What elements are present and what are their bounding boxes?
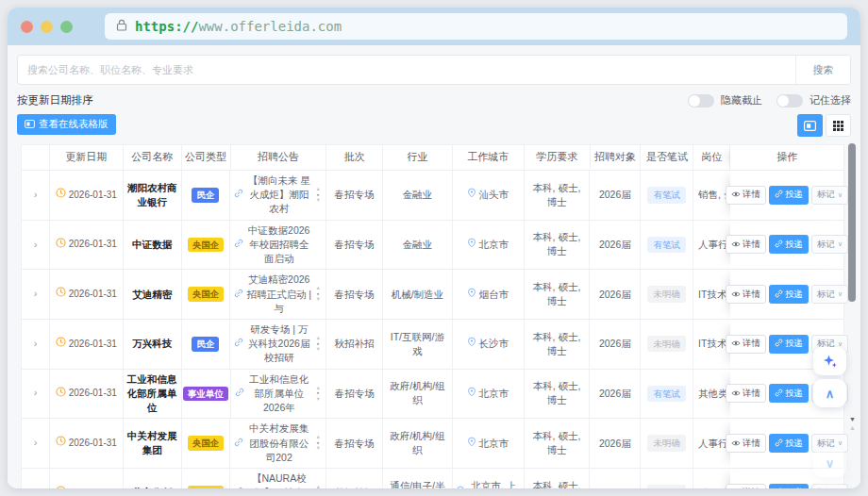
maximize-window-button[interactable] xyxy=(60,21,73,33)
mark-dropdown-button[interactable]: 标记 ∨ xyxy=(811,186,848,205)
announcement-title[interactable]: 中证数据2026年校园招聘全面启动 xyxy=(246,223,311,267)
city-cell: 长沙市 xyxy=(453,320,525,369)
expand-chevron-icon[interactable]: › xyxy=(34,436,38,451)
announcement-cell: 【潮向未来 星火成炬】潮阳农村 ▲ ● ▼ xyxy=(230,171,326,220)
minimize-window-button[interactable] xyxy=(41,21,53,33)
reflected-chevron-button: ∨ xyxy=(813,449,846,477)
detail-button[interactable]: 详情 xyxy=(726,384,766,403)
detail-button[interactable]: 详情 xyxy=(726,434,766,453)
city-name: 北京市 xyxy=(478,387,509,401)
company-name[interactable]: 中证数据 xyxy=(132,238,172,252)
apply-button[interactable]: 投递 xyxy=(769,235,809,254)
apply-button[interactable]: 投递 xyxy=(769,384,809,403)
detail-button[interactable]: 详情 xyxy=(726,335,766,354)
company-name[interactable]: 中关村发展集团 xyxy=(126,429,178,457)
detail-label: 详情 xyxy=(743,438,760,450)
apply-button[interactable]: 投递 xyxy=(769,434,809,453)
company-type-cell: 央国企 xyxy=(182,270,231,319)
batch-cell: 春招专场 xyxy=(326,221,383,270)
announcement-title[interactable]: 研发专场 | 万兴科技2026届校招研 xyxy=(246,322,311,366)
expand-chevron-icon[interactable]: › xyxy=(34,486,38,488)
announcement-scroller[interactable]: ▲ ● ▼ xyxy=(314,435,322,452)
announcement-scroller[interactable]: ▲ ● ▼ xyxy=(314,336,322,353)
column-header: 岗位 xyxy=(693,145,730,170)
back-to-top-button[interactable]: ∧ xyxy=(813,379,846,407)
scroll-down-arrow-icon[interactable]: ▼ xyxy=(849,416,856,422)
scroller-down-icon: ▼ xyxy=(315,397,320,403)
reflected-sparkle-button xyxy=(813,483,846,488)
announcement-scroller[interactable]: ▲ ● ▼ xyxy=(314,386,322,403)
expand-chevron-icon[interactable]: › xyxy=(34,238,38,253)
update-date: 2026-01-31 xyxy=(69,437,117,451)
company-name[interactable]: 潮阳农村商业银行 xyxy=(126,181,178,209)
announcement-cell: 中证数据2026年校园招聘全面启动 ▲ ● ▼ xyxy=(230,221,326,270)
city-cell: 北京市 xyxy=(453,221,525,270)
sort-label[interactable]: 按更新日期排序 xyxy=(17,93,93,107)
exam-cell: 未明确 xyxy=(641,419,693,468)
chevron-up-icon: ∧ xyxy=(826,387,835,401)
scroll-up-arrow-icon[interactable]: ▲ xyxy=(849,424,856,431)
expand-chevron-icon[interactable]: › xyxy=(34,337,38,352)
expand-chevron-icon[interactable]: › xyxy=(34,188,38,203)
exam-badge: 未明确 xyxy=(647,336,686,352)
close-window-button[interactable] xyxy=(21,21,33,33)
exam-cell: 有笔试 xyxy=(641,221,693,270)
link-icon xyxy=(235,387,244,401)
company-type-tag: 央国企 xyxy=(188,238,225,253)
apply-button[interactable]: 投递 xyxy=(769,484,809,488)
table-row: › 2026-01-31 北方华创 央国企 【NAURA校招】压轴上马！北方 ▲… xyxy=(22,469,843,488)
detail-button[interactable]: 详情 xyxy=(726,285,766,304)
eye-icon xyxy=(731,438,741,449)
mark-dropdown-button[interactable]: 标记 ∨ xyxy=(811,285,848,304)
company-name[interactable]: 万兴科技 xyxy=(132,337,172,351)
exam-cell: 未明确 xyxy=(641,469,693,488)
grid-view-button[interactable] xyxy=(826,114,851,137)
expand-chevron-icon[interactable]: › xyxy=(34,287,38,302)
announcement-scroller[interactable]: ▲ ● ▼ xyxy=(314,286,322,303)
search-button[interactable]: 搜索 xyxy=(795,56,850,84)
chevron-down-icon: ∨ xyxy=(826,456,835,471)
view-online-table-button[interactable]: 查看在线表格版 xyxy=(17,114,116,135)
detail-button[interactable]: 详情 xyxy=(726,484,766,488)
detail-button[interactable]: 详情 xyxy=(726,186,766,205)
detail-button[interactable]: 详情 xyxy=(726,235,766,254)
search-input[interactable] xyxy=(18,56,795,84)
company-name[interactable]: 北方华创 xyxy=(132,486,172,488)
remember-choice-toggle[interactable] xyxy=(776,94,803,107)
announcement-scroller[interactable]: ▲ ● ▼ xyxy=(314,485,322,488)
announcement-title[interactable]: 【潮向未来 星火成炬】潮阳农村 xyxy=(246,174,311,217)
announcement-title[interactable]: 艾迪精密2026招聘正式启动 | 与 xyxy=(246,273,311,316)
update-date-cell: 2026-01-31 xyxy=(50,419,124,468)
grid-view-icon xyxy=(833,121,843,131)
announcement-scroller[interactable]: ▲ ● ▼ xyxy=(314,187,322,204)
eye-icon xyxy=(731,488,741,488)
card-view-button[interactable] xyxy=(797,114,823,137)
address-bar[interactable]: https://www.offerleida.com xyxy=(105,13,847,40)
company-name[interactable]: 艾迪精密 xyxy=(132,288,172,302)
expand-chevron-icon[interactable]: › xyxy=(34,386,38,401)
announcement-title[interactable]: 工业和信息化部所属单位2026年 xyxy=(247,372,312,416)
apply-button[interactable]: 投递 xyxy=(769,186,809,205)
target-cell: 2026届 xyxy=(590,469,641,488)
scroller-down-icon: ▼ xyxy=(315,347,320,353)
table-card-icon xyxy=(25,119,35,130)
apply-link-icon xyxy=(775,488,783,488)
update-date-cell: 2026-01-31 xyxy=(50,221,124,270)
announcement-title[interactable]: 中关村发展集团股份有限公司202 xyxy=(246,422,311,465)
row-expand-cell: › xyxy=(22,320,50,369)
table-row: › 2026-01-31 中证数据 央国企 中证数据2026年校园招聘全面启动 … xyxy=(22,221,843,271)
apply-button[interactable]: 投递 xyxy=(769,285,809,304)
education-cell: 本科, 硕士, 博士 xyxy=(525,221,591,270)
city-name: 长沙市 xyxy=(478,337,509,351)
vertical-scrollbar-thumb[interactable] xyxy=(848,143,856,302)
company-name[interactable]: 工业和信息化部所属单位 xyxy=(126,372,178,416)
announcement-title[interactable]: 【NAURA校招】压轴上马！北方 xyxy=(246,471,311,488)
apply-button[interactable]: 投递 xyxy=(769,335,809,354)
mark-dropdown-button[interactable]: 标记 ∨ xyxy=(811,235,848,254)
ai-assistant-button[interactable] xyxy=(813,347,846,375)
location-pin-icon xyxy=(467,387,476,401)
hide-expired-toggle[interactable] xyxy=(688,94,714,107)
row-expand-cell: › xyxy=(22,221,50,270)
exam-badge: 有笔试 xyxy=(647,386,686,402)
education-cell: 本科, 硕士, 博士 xyxy=(525,469,591,488)
